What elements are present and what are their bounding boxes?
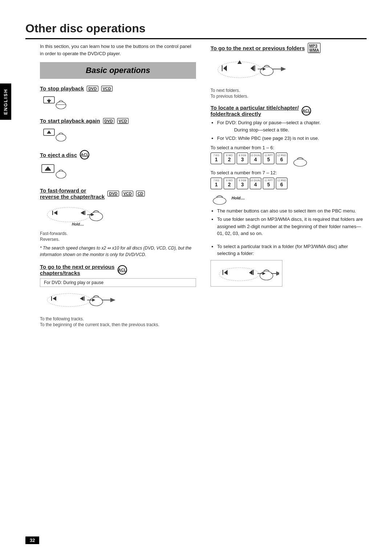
left-column: In this section, you can learn how to us… [25, 43, 196, 333]
track-folder-box [211, 260, 282, 287]
fast-forward-diagram: Hold.... [40, 202, 196, 227]
svg-point-37 [294, 159, 307, 166]
fast-forward-label: To fast-forward orreverse the chapter/tr… [40, 187, 105, 200]
hand-illustration-1-6 [291, 153, 309, 167]
chapters-diagram [40, 289, 196, 313]
eject-disc-label: To eject a disc [40, 152, 77, 158]
previous-tracks-label: To the beginning of the current track, t… [40, 322, 196, 327]
fast-forward-label: Fast-forwards. [40, 231, 196, 236]
acl-badge-eject: ACL [80, 150, 89, 159]
stop-playback-label: To stop playback [40, 85, 84, 92]
num-btn-3[interactable]: 9 SSM 3 [237, 153, 248, 164]
pbc-note: The number buttons can also use to selec… [217, 207, 367, 215]
vcd-badge-start: VCD [117, 118, 128, 124]
svg-marker-2 [47, 100, 51, 103]
svg-point-25 [90, 297, 103, 306]
svg-point-34 [260, 67, 273, 76]
eject-button-illustration [40, 162, 69, 182]
stop-button-illustration [40, 94, 69, 112]
eject-disc-section: To eject a disc ACL [40, 150, 196, 182]
start-playback-section: To start playback again DVD VCD [40, 118, 196, 144]
svg-marker-9 [45, 166, 51, 170]
hand-1-6-diagram [291, 153, 309, 167]
hold-label: Hold.... [232, 196, 245, 200]
svg-marker-40 [224, 270, 228, 275]
page: ENGLISH Other disc operations In this se… [0, 0, 392, 555]
start-playback-label: To start playback again [40, 118, 100, 124]
english-tab: ENGLISH [0, 84, 11, 120]
num-btn-2[interactable]: 8 WO 2 [224, 153, 235, 164]
svg-marker-21 [53, 296, 56, 301]
folders-label: To go to the next or previous folders [211, 45, 305, 51]
vcd-badge-stop: VCD [101, 86, 113, 92]
num-buttons-note: The number buttons can also use to selec… [211, 207, 367, 237]
folders-illustration [211, 55, 290, 84]
track-folder-illustration [214, 263, 279, 283]
start-playback-heading: To start playback again DVD VCD [40, 118, 196, 124]
track-in-folder-section: To select a particular track in a folder… [211, 243, 367, 287]
fast-forward-illustration: Hold.... [40, 202, 113, 227]
chapters-inner-box: For DVD: During play or pause [40, 278, 196, 287]
svg-point-17 [90, 212, 103, 221]
svg-text:Hold....: Hold.... [72, 222, 84, 226]
search-speed-note: * The search speed changes to x2 ⇔ x10 f… [40, 245, 196, 258]
num-btn-12[interactable]: 12 RND 6 [276, 178, 287, 189]
folders-section: To go to the next or previous folders MP… [211, 43, 367, 99]
mwma-badge: MP3WMA [308, 43, 321, 53]
svg-marker-15 [81, 211, 84, 215]
hold-hand-illustration [211, 191, 229, 205]
number-buttons-1-6: 7 EG 1 8 WO 2 9 SSM 3 10 DUAL 4 [211, 153, 367, 167]
num-btn-7[interactable]: 7 EG 1 [211, 178, 222, 189]
select-1-6-label: To select a number from 1 – 6: [211, 145, 367, 150]
acl-badge-chapters: ACL [118, 265, 127, 275]
svg-marker-29 [223, 65, 227, 71]
reverses-label: Reverses. [40, 237, 196, 242]
stop-playback-heading: To stop playback DVD VCD [40, 85, 196, 92]
fast-forward-section: To fast-forward orreverse the chapter/tr… [40, 187, 196, 258]
page-number: 32 [25, 536, 39, 544]
svg-point-7 [56, 134, 66, 141]
num-btn-10[interactable]: 10 DUAL 4 [250, 178, 261, 189]
num-btn-8[interactable]: 8 WO 2 [224, 178, 235, 189]
dvd-bullet: For DVD: During play or pause—select a c… [217, 119, 367, 133]
num-btn-9[interactable]: 9 SSM 3 [237, 178, 248, 189]
start-playback-diagram [40, 126, 196, 144]
dvd-badge-ff: DVD [107, 191, 119, 197]
locate-dvd-bullets: For DVD: During play or pause—select a c… [211, 119, 367, 142]
svg-marker-6 [47, 130, 51, 134]
cd-badge-ff: CD [136, 191, 145, 197]
hold-diagram-row: Hold.... [211, 191, 367, 205]
prev-folders-label: To previous folders. [211, 94, 367, 99]
num-btn-5[interactable]: 11 RPT 5 [263, 153, 274, 164]
chapters-section: To go to the next or previouschapters/tr… [40, 264, 196, 327]
num-btn-4[interactable]: 10 DUAL 4 [250, 153, 261, 164]
num-btn-11[interactable]: 11 RPT 5 [263, 178, 274, 189]
svg-marker-13 [54, 211, 57, 215]
basic-ops-banner: Basic operations [40, 62, 196, 79]
start-button-illustration [40, 126, 69, 144]
select-7-12-label: To select a number from 7 – 12: [211, 170, 367, 175]
next-folders-label: To next folders. [211, 88, 367, 93]
acl-badge-locate: ACL [302, 106, 311, 116]
svg-point-3 [56, 102, 66, 109]
num-btn-6[interactable]: 12 RND 6 [276, 153, 287, 164]
vcd-bullet: For VCD: While PBC (see page 23) is not … [217, 135, 367, 142]
folders-heading: To go to the next or previous folders MP… [211, 43, 367, 53]
num-btn-1[interactable]: 7 EG 1 [211, 153, 222, 164]
right-column: To go to the next or previous folders MP… [211, 43, 367, 333]
vcd-badge-ff: VCD [122, 191, 133, 197]
eject-disc-diagram [40, 162, 196, 182]
track-folder-diagram [211, 260, 367, 287]
intro-text: In this section, you can learn how to us… [40, 43, 196, 57]
folders-diagram [211, 55, 367, 84]
svg-marker-31 [250, 65, 254, 71]
locate-title-heading: To locate a particular title/chapter/fol… [211, 105, 367, 117]
svg-point-44 [260, 271, 273, 280]
svg-point-38 [213, 197, 226, 204]
track-folder-bullets: To select a particular track in a folder… [211, 243, 367, 257]
track-folder-note: To select a particular track in a folder… [217, 243, 367, 257]
locate-title-section: To locate a particular title/chapter/fol… [211, 105, 367, 237]
fast-forward-heading: To fast-forward orreverse the chapter/tr… [40, 187, 196, 200]
svg-marker-42 [249, 270, 253, 275]
two-column-layout: In this section, you can learn how to us… [25, 43, 367, 333]
